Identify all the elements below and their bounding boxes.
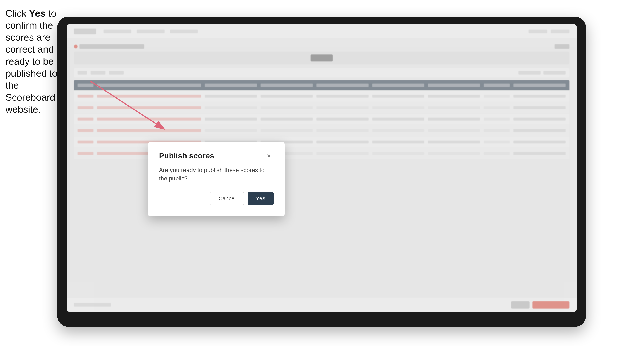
dialog-footer: Cancel Yes [159,192,274,205]
instruction-text: Click Yes to confirm the scores are corr… [6,7,59,115]
dialog-close-button[interactable]: × [264,151,274,161]
cancel-button[interactable]: Cancel [210,192,244,205]
tablet-screen: Publish scores × Are you ready to publis… [66,24,577,312]
dialog-body-text: Are you ready to publish these scores to… [159,166,274,182]
tablet-device: Publish scores × Are you ready to publis… [57,17,586,327]
dialog-header: Publish scores × [159,151,274,161]
yes-button[interactable]: Yes [248,192,274,205]
publish-scores-dialog: Publish scores × Are you ready to publis… [148,142,285,216]
dialog-title: Publish scores [159,151,214,160]
dialog-overlay: Publish scores × Are you ready to publis… [66,24,577,312]
